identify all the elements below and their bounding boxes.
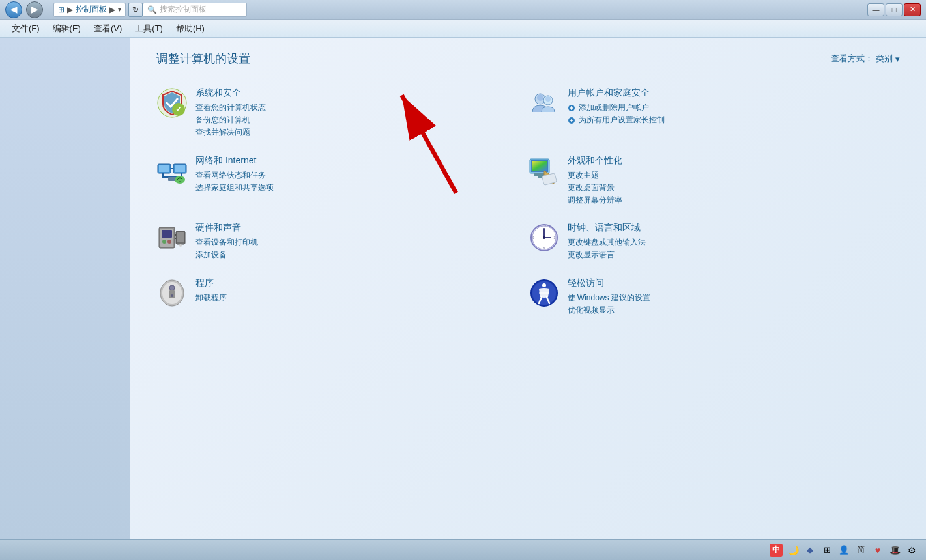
- sidebar: [0, 38, 130, 539]
- appearance-link-3[interactable]: 调整屏幕分辨率: [568, 194, 890, 206]
- programs-title[interactable]: 程序: [195, 277, 518, 289]
- svg-point-49: [542, 283, 546, 287]
- svg-point-4: [537, 94, 543, 101]
- breadcrumb-arrow: ▶: [67, 5, 73, 14]
- user-accounts-link-1[interactable]: 添加或删除用户帐户: [568, 102, 890, 114]
- category-ease: 轻松访问 使 Windows 建议的设置 优化视频显示: [528, 272, 901, 327]
- breadcrumb[interactable]: ⊞ ▶ 控制面板 ▶ ▾: [53, 3, 126, 17]
- svg-rect-12: [159, 165, 169, 172]
- svg-text:6: 6: [543, 246, 545, 250]
- network-text: 网络和 Internet 查看网络状态和任务 选择家庭组和共享选项: [195, 155, 518, 194]
- network-icon: [156, 155, 188, 186]
- taskbar-icon-grid[interactable]: ⊞: [820, 544, 833, 557]
- system-security-link-1[interactable]: 查看您的计算机状态: [195, 102, 518, 114]
- taskbar-icon-user[interactable]: 👤: [837, 544, 850, 557]
- appearance-icon: [528, 155, 560, 186]
- user-accounts-icon: [528, 87, 560, 119]
- minimize-button[interactable]: —: [867, 3, 884, 16]
- system-security-link-2[interactable]: 备份您的计算机: [195, 114, 518, 126]
- hardware-link-2[interactable]: 添加设备: [195, 249, 518, 261]
- content-area: 调整计算机的设置 查看方式： 类别 ▾ ✓: [130, 38, 926, 539]
- view-mode-label: 查看方式：: [831, 53, 873, 64]
- taskbar-icon-moon[interactable]: 🌙: [787, 544, 800, 557]
- svg-point-27: [167, 240, 171, 244]
- menu-bar: 文件(F)编辑(E)查看(V)工具(T)帮助(H): [0, 20, 926, 38]
- clock-link-2[interactable]: 更改显示语言: [568, 249, 890, 261]
- svg-point-37: [543, 236, 545, 239]
- refresh-button[interactable]: ↻: [128, 3, 143, 17]
- menu-item-4[interactable]: 帮助(H): [169, 20, 211, 37]
- menu-item-2[interactable]: 查看(V): [87, 20, 128, 37]
- hardware-link-1[interactable]: 查看设备和打印机: [195, 236, 518, 249]
- svg-rect-13: [175, 165, 185, 172]
- ease-link-1[interactable]: 使 Windows 建议的设置: [568, 292, 890, 304]
- window-controls: — □ ✕: [867, 3, 921, 16]
- svg-point-15: [175, 176, 185, 184]
- taskbar-icon-zhong[interactable]: 中: [770, 544, 783, 557]
- page-header: 调整计算机的设置 查看方式： 类别 ▾: [156, 51, 900, 66]
- taskbar-icon-gear[interactable]: ⚙: [905, 544, 918, 557]
- svg-text:9: 9: [532, 236, 534, 240]
- main-content: 调整计算机的设置 查看方式： 类别 ▾ ✓: [0, 38, 926, 539]
- svg-point-30: [179, 244, 182, 247]
- breadcrumb-dropdown[interactable]: ▾: [118, 6, 121, 13]
- appearance-title[interactable]: 外观和个性化: [568, 155, 890, 167]
- category-grid: ✓ 系统和安全 查看您的计算机状态 备份您的计算机 查找并解决问题: [156, 82, 900, 327]
- search-box[interactable]: 🔍 搜索控制面板: [143, 3, 247, 17]
- clock-title[interactable]: 时钟、语言和区域: [568, 222, 890, 234]
- category-system-security: ✓ 系统和安全 查看您的计算机状态 备份您的计算机 查找并解决问题: [156, 82, 528, 150]
- appearance-link-1[interactable]: 更改主题: [568, 169, 890, 182]
- breadcrumb-text[interactable]: 控制面板: [76, 4, 107, 15]
- title-bar-left: ◀ ▶ ⊞ ▶ 控制面板 ▶ ▾ ↻: [5, 1, 143, 18]
- taskbar-icon-diamond[interactable]: ◆: [803, 544, 817, 557]
- hardware-icon: [156, 222, 188, 253]
- svg-rect-25: [162, 230, 172, 238]
- breadcrumb-icon: ⊞: [58, 5, 65, 14]
- breadcrumb-arrow2: ▶: [109, 5, 115, 14]
- svg-rect-19: [534, 173, 545, 176]
- taskbar: 中 🌙 ◆ ⊞ 👤 简 ♥ 🎩 ⚙: [0, 539, 926, 560]
- clock-text: 时钟、语言和区域 更改键盘或其他输入法 更改显示语言: [568, 222, 890, 261]
- user-accounts-title[interactable]: 用户帐户和家庭安全: [568, 87, 890, 99]
- system-security-icon: ✓: [156, 87, 188, 119]
- programs-link-1[interactable]: 卸载程序: [195, 292, 518, 304]
- close-button[interactable]: ✕: [904, 3, 921, 16]
- menu-item-0[interactable]: 文件(F): [5, 20, 46, 37]
- taskbar-icon-heart[interactable]: ♥: [871, 544, 884, 557]
- back-button[interactable]: ◀: [5, 1, 22, 18]
- page-title: 调整计算机的设置: [156, 51, 250, 66]
- svg-rect-20: [538, 176, 542, 178]
- user-accounts-link-2[interactable]: 为所有用户设置家长控制: [568, 114, 890, 126]
- ease-link-2[interactable]: 优化视频显示: [568, 304, 890, 316]
- svg-point-26: [162, 240, 166, 244]
- hardware-text: 硬件和声音 查看设备和打印机 添加设备: [195, 222, 518, 261]
- svg-text:12: 12: [542, 224, 546, 228]
- ease-icon: [528, 277, 560, 309]
- taskbar-icon-jian[interactable]: 简: [854, 544, 867, 557]
- refresh-icon: ↻: [132, 5, 139, 14]
- programs-text: 程序 卸载程序: [195, 277, 518, 304]
- appearance-link-2[interactable]: 更改桌面背景: [568, 182, 890, 194]
- svg-text:✓: ✓: [175, 105, 182, 114]
- menu-item-3[interactable]: 工具(T): [128, 20, 169, 37]
- back-icon: ◀: [10, 5, 17, 14]
- network-title[interactable]: 网络和 Internet: [195, 155, 518, 167]
- category-programs: 程序 卸载程序: [156, 272, 528, 327]
- svg-rect-29: [177, 232, 184, 242]
- system-security-link-3[interactable]: 查找并解决问题: [195, 126, 518, 139]
- svg-point-44: [169, 285, 175, 290]
- svg-point-46: [171, 294, 173, 297]
- ease-title[interactable]: 轻松访问: [568, 277, 890, 289]
- forward-button[interactable]: ▶: [26, 1, 43, 18]
- system-security-title[interactable]: 系统和安全: [195, 87, 518, 99]
- hardware-title[interactable]: 硬件和声音: [195, 222, 518, 234]
- category-hardware: 硬件和声音 查看设备和打印机 添加设备: [156, 217, 528, 272]
- appearance-text: 外观和个性化 更改主题 更改桌面背景 调整屏幕分辨率: [568, 155, 890, 207]
- taskbar-icon-hat[interactable]: 🎩: [888, 544, 901, 557]
- network-link-1[interactable]: 查看网络状态和任务: [195, 169, 518, 182]
- clock-link-1[interactable]: 更改键盘或其他输入法: [568, 236, 890, 249]
- menu-item-1[interactable]: 编辑(E): [46, 20, 87, 37]
- network-link-2[interactable]: 选择家庭组和共享选项: [195, 182, 518, 194]
- view-mode-selector[interactable]: 查看方式： 类别 ▾: [831, 53, 900, 64]
- maximize-button[interactable]: □: [886, 3, 903, 16]
